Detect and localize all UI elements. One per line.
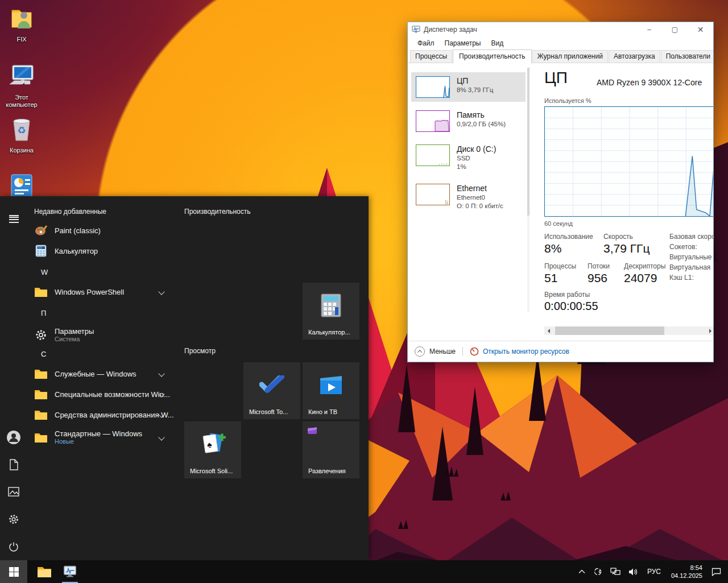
- calculator-icon: [34, 244, 48, 258]
- footer-divider: [462, 347, 463, 356]
- tile-solitaire[interactable]: ♠ Microsoft Soli...: [184, 421, 241, 478]
- documents-button[interactable]: [0, 451, 27, 478]
- app-item-label: Paint (classic): [55, 226, 101, 235]
- user-folder-icon: [9, 6, 35, 32]
- tab-app-history[interactable]: Журнал приложений: [532, 50, 608, 63]
- user-account-button[interactable]: [0, 424, 27, 451]
- stat-handles-label: Дескрипторы: [624, 262, 665, 270]
- tray-volume-button[interactable]: [624, 560, 642, 583]
- folder-item-system-windows[interactable]: Служебные — Windows: [27, 363, 176, 384]
- menu-file[interactable]: Файл: [412, 39, 440, 47]
- tab-processes[interactable]: Процессы: [410, 50, 452, 63]
- stat-usage-value: 8%: [544, 242, 561, 255]
- app-item-paint[interactable]: Paint (classic): [27, 220, 176, 241]
- start-button[interactable]: [0, 560, 27, 583]
- app-item-powershell[interactable]: Windows PowerShell: [27, 282, 176, 302]
- tile-microsoft-todo[interactable]: Microsoft To...: [243, 362, 300, 419]
- folder-item-accessibility[interactable]: Специальные возможности Win...: [27, 384, 176, 404]
- memory-mini-graph: [416, 110, 450, 132]
- app-item-settings[interactable]: Параметры Система: [27, 322, 176, 348]
- tab-performance[interactable]: Производительность: [453, 49, 531, 63]
- section-letter-s[interactable]: С: [41, 350, 46, 358]
- app-item-label: Windows PowerShell: [55, 288, 124, 296]
- sidebar-item-disk[interactable]: Диск 0 (C:) SSD 1%: [408, 140, 527, 175]
- tile-group-header-performance: Производительность: [184, 208, 250, 216]
- recent-apps-header: Недавно добавленные: [34, 208, 106, 216]
- tile-entertainment[interactable]: Развлечения: [303, 421, 359, 478]
- stat-speed-value: 3,79 ГГц: [603, 242, 650, 255]
- close-button[interactable]: ✕: [688, 22, 713, 37]
- tile-label: Калькулятор...: [308, 329, 350, 336]
- taskbar-task-manager-button[interactable]: [57, 560, 82, 583]
- sidebar-item-ethernet[interactable]: Ethernet Ethernet0 О: 0 П: 0 кбит/с: [408, 180, 527, 214]
- folder-item-admin-tools[interactable]: Средства администрирования W...: [27, 404, 176, 425]
- settings-gear-icon: [34, 328, 48, 342]
- svg-text:♻: ♻: [17, 125, 26, 136]
- power-icon: [9, 541, 19, 552]
- sidebar-ethernet-name: Ethernet: [457, 184, 503, 193]
- tray-date: 04.12.2025: [671, 572, 702, 580]
- speaker-icon: [628, 568, 638, 576]
- desktop-icon-admin-tool[interactable]: [0, 173, 43, 196]
- system-tray: РУС 8:54 04.12.2025: [574, 560, 728, 583]
- tab-startup[interactable]: Автозагрузка: [609, 50, 660, 63]
- task-manager-titlebar[interactable]: Диспетчер задач – ▢ ✕: [408, 22, 713, 37]
- maximize-button[interactable]: ▢: [662, 22, 688, 37]
- action-center-icon: [712, 568, 721, 576]
- scrollbar-thumb[interactable]: [555, 326, 664, 335]
- chevron-down-icon: [158, 370, 164, 377]
- desktop-icon-this-pc[interactable]: Этот компьютер: [0, 64, 43, 109]
- tile-calculator[interactable]: Калькулятор...: [303, 283, 359, 340]
- desktop-icon-user-folder[interactable]: FIX: [0, 6, 43, 43]
- fewer-details-label: Меньше: [429, 348, 456, 355]
- sidebar-scrollbar[interactable]: [527, 68, 530, 312]
- settings-button[interactable]: [0, 506, 27, 533]
- resource-monitor-label: Открыть монитор ресурсов: [483, 348, 569, 355]
- sidebar-item-memory[interactable]: Память 0,9/2,0 ГБ (45%): [408, 106, 527, 136]
- movies-tv-tile-icon: [319, 375, 343, 398]
- fewer-details-button[interactable]: Меньше: [415, 346, 456, 357]
- chevron-down-icon: [158, 434, 164, 440]
- scroll-left-arrow[interactable]: [544, 326, 553, 335]
- horizontal-scrollbar[interactable]: [544, 326, 713, 335]
- taskbar-file-explorer-button[interactable]: [32, 560, 57, 583]
- tray-utility-button[interactable]: [589, 560, 606, 583]
- sidebar-item-cpu[interactable]: ЦП 8% 3,79 ГГц: [411, 72, 526, 102]
- open-resource-monitor-link[interactable]: Открыть монитор ресурсов: [470, 347, 569, 356]
- minimize-button[interactable]: –: [636, 22, 662, 37]
- start-menu: Недавно добавленные Paint (classic): [0, 196, 369, 560]
- app-item-label: Параметры Система: [55, 327, 94, 343]
- app-item-calculator[interactable]: Калькулятор: [27, 241, 176, 261]
- scroll-right-arrow[interactable]: [706, 326, 713, 335]
- section-letter-p[interactable]: П: [41, 309, 46, 317]
- entertainment-tile-icon: [308, 427, 318, 437]
- stat-uptime-label: Время работы: [544, 291, 590, 299]
- pictures-icon: [8, 487, 19, 497]
- chevron-up-icon: [578, 569, 585, 574]
- tile-movies-tv[interactable]: Кино и ТВ: [303, 362, 359, 419]
- action-center-button[interactable]: [708, 560, 728, 583]
- tile-label: Развлечения: [308, 468, 346, 474]
- pictures-button[interactable]: [0, 478, 27, 506]
- performance-sidebar: ЦП 8% 3,79 ГГц Память 0,9/2,0 ГБ (45%): [408, 72, 527, 219]
- tile-label: Кино и ТВ: [308, 408, 337, 415]
- collapse-icon: [415, 346, 425, 357]
- folder-item-accessories[interactable]: Стандартные — Windows Новые: [27, 425, 176, 450]
- hamburger-menu-button[interactable]: [0, 202, 27, 229]
- cpu-mini-graph: [416, 76, 450, 98]
- user-avatar-icon: [6, 430, 21, 445]
- power-button[interactable]: [0, 533, 27, 560]
- desktop-icon-label: FIX: [0, 36, 43, 43]
- tray-network-button[interactable]: [606, 560, 624, 583]
- start-menu-rail: [0, 196, 27, 560]
- tray-show-hidden-icons-button[interactable]: [574, 560, 589, 583]
- tray-language-indicator[interactable]: РУС: [642, 568, 666, 576]
- tab-users[interactable]: Пользователи: [661, 50, 714, 63]
- tray-clock[interactable]: 8:54 04.12.2025: [666, 564, 708, 580]
- menu-options[interactable]: Параметры: [440, 39, 486, 47]
- desktop-icon-recycle-bin[interactable]: ♻ Корзина: [0, 115, 43, 154]
- section-letter-w[interactable]: W: [41, 268, 48, 276]
- menu-view[interactable]: Вид: [486, 39, 508, 47]
- this-pc-icon: [7, 64, 36, 90]
- sidebar-cpu-stats: 8% 3,79 ГГц: [457, 86, 493, 94]
